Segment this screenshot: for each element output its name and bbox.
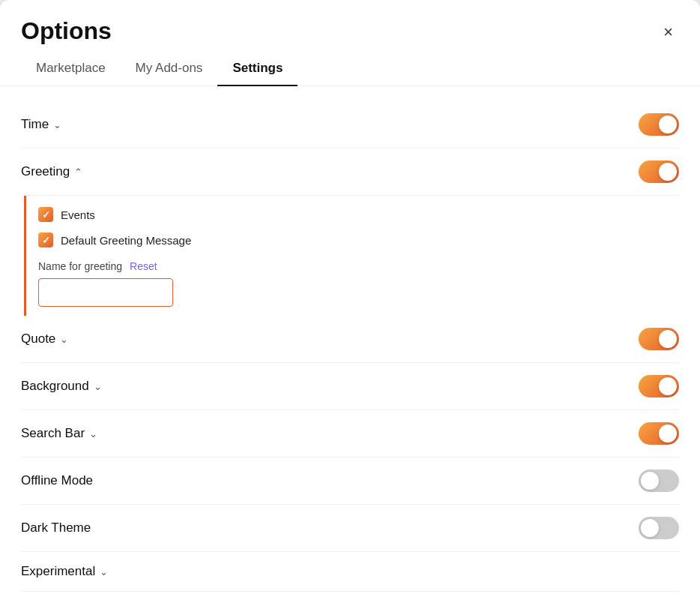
time-toggle-slider bbox=[639, 113, 679, 136]
greeting-row: Greeting ⌃ bbox=[21, 148, 679, 196]
default-greeting-checkbox[interactable] bbox=[38, 232, 53, 248]
language-row: Language English Spanish French German J… bbox=[21, 592, 679, 597]
events-checkbox[interactable] bbox=[38, 207, 53, 222]
dark-theme-label: Dark Theme bbox=[21, 520, 91, 536]
settings-body: Time ⌄ Greeting ⌃ Events bbox=[0, 86, 700, 597]
offline-mode-toggle[interactable] bbox=[639, 470, 679, 492]
experimental-row: Experimental ⌄ bbox=[21, 552, 679, 592]
offline-mode-toggle-slider bbox=[639, 470, 679, 492]
dark-theme-toggle-slider bbox=[639, 517, 679, 539]
quote-toggle[interactable] bbox=[639, 328, 679, 350]
tab-settings[interactable]: Settings bbox=[217, 53, 298, 86]
background-row: Background ⌄ bbox=[21, 363, 679, 410]
tab-marketplace[interactable]: Marketplace bbox=[21, 53, 121, 86]
dark-theme-toggle[interactable] bbox=[639, 517, 679, 539]
options-modal: Options × Marketplace My Add-ons Setting… bbox=[0, 0, 700, 597]
experimental-label[interactable]: Experimental ⌄ bbox=[21, 564, 108, 579]
greeting-chevron-icon: ⌃ bbox=[74, 166, 82, 178]
search-bar-toggle-slider bbox=[639, 422, 679, 445]
modal-title: Options bbox=[21, 18, 112, 44]
modal-header: Options × bbox=[0, 0, 700, 44]
background-toggle-slider bbox=[639, 375, 679, 398]
dark-theme-row: Dark Theme bbox=[21, 505, 679, 552]
close-button[interactable]: × bbox=[657, 21, 679, 44]
search-bar-toggle[interactable] bbox=[639, 422, 679, 445]
greeting-name-input[interactable] bbox=[38, 278, 173, 307]
greeting-toggle-slider bbox=[639, 160, 679, 183]
experimental-chevron-icon: ⌄ bbox=[100, 566, 108, 578]
quote-chevron-icon: ⌄ bbox=[60, 334, 68, 345]
search-bar-row: Search Bar ⌄ bbox=[21, 410, 679, 458]
time-chevron-icon: ⌄ bbox=[53, 119, 61, 130]
tab-my-addons[interactable]: My Add-ons bbox=[121, 53, 218, 86]
events-label: Events bbox=[61, 208, 95, 221]
background-chevron-icon: ⌄ bbox=[94, 381, 102, 392]
time-toggle[interactable] bbox=[639, 113, 679, 136]
offline-mode-row: Offline Mode bbox=[21, 458, 679, 505]
offline-mode-label: Offline Mode bbox=[21, 473, 93, 488]
name-greeting-row: Name for greeting Reset bbox=[38, 260, 679, 272]
greeting-expanded-section: Events Default Greeting Message Name for… bbox=[24, 196, 679, 316]
background-label[interactable]: Background ⌄ bbox=[21, 379, 102, 394]
name-greeting-label: Name for greeting bbox=[38, 260, 122, 272]
greeting-label[interactable]: Greeting ⌃ bbox=[21, 164, 82, 179]
quote-row: Quote ⌄ bbox=[21, 316, 679, 363]
quote-label[interactable]: Quote ⌄ bbox=[21, 332, 68, 346]
background-toggle[interactable] bbox=[639, 375, 679, 398]
tabs-container: Marketplace My Add-ons Settings bbox=[0, 53, 700, 86]
search-bar-chevron-icon: ⌄ bbox=[89, 428, 97, 440]
greeting-toggle[interactable] bbox=[639, 160, 679, 183]
default-greeting-label: Default Greeting Message bbox=[61, 234, 191, 247]
search-bar-label[interactable]: Search Bar ⌄ bbox=[21, 426, 97, 441]
time-label[interactable]: Time ⌄ bbox=[21, 117, 61, 132]
quote-toggle-slider bbox=[639, 328, 679, 350]
events-row: Events bbox=[38, 202, 679, 227]
time-row: Time ⌄ bbox=[21, 101, 679, 148]
default-greeting-row: Default Greeting Message bbox=[38, 227, 679, 253]
greeting-reset-link[interactable]: Reset bbox=[130, 260, 157, 272]
